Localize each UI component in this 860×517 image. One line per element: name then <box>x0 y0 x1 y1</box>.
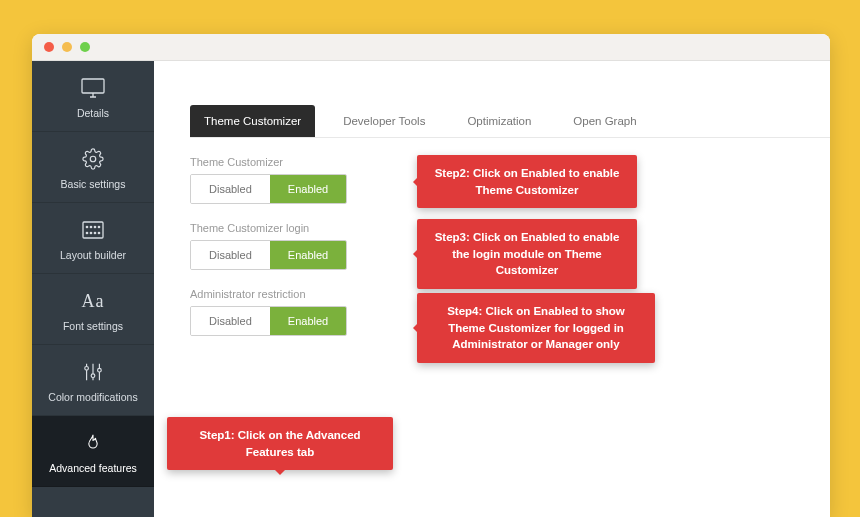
svg-point-6 <box>90 226 91 227</box>
svg-point-7 <box>94 226 95 227</box>
sidebar-item-label: Basic settings <box>36 178 150 190</box>
callout-step2: Step2: Click on Enabled to enable Theme … <box>417 155 637 208</box>
sidebar-item-font-settings[interactable]: Aa Font settings <box>32 274 154 345</box>
sidebar-item-label: Layout builder <box>36 249 150 261</box>
toggle-enabled[interactable]: Enabled <box>270 241 346 269</box>
svg-point-3 <box>90 156 96 162</box>
font-icon: Aa <box>36 288 150 314</box>
svg-point-17 <box>91 374 95 378</box>
window-maximize-icon[interactable] <box>80 42 90 52</box>
toggle-enabled[interactable]: Enabled <box>270 175 346 203</box>
sidebar-item-label: Details <box>36 107 150 119</box>
svg-point-18 <box>98 368 102 372</box>
tab-open-graph[interactable]: Open Graph <box>559 105 650 137</box>
sliders-icon <box>36 359 150 385</box>
toggle-administrator-restriction: Disabled Enabled <box>190 306 347 336</box>
gear-icon <box>36 146 150 172</box>
sidebar-item-label: Advanced features <box>36 462 150 474</box>
svg-rect-0 <box>82 79 104 93</box>
svg-point-12 <box>98 232 99 233</box>
toggle-enabled[interactable]: Enabled <box>270 307 346 335</box>
sidebar-item-advanced-features[interactable]: Advanced features <box>32 416 154 487</box>
tab-developer-tools[interactable]: Developer Tools <box>329 105 439 137</box>
svg-point-9 <box>86 232 87 233</box>
sidebar-item-details[interactable]: Details <box>32 61 154 132</box>
svg-point-5 <box>86 226 87 227</box>
svg-rect-4 <box>83 222 103 238</box>
sidebar-item-label: Font settings <box>36 320 150 332</box>
grid-icon <box>36 217 150 243</box>
sidebar-item-layout-builder[interactable]: Layout builder <box>32 203 154 274</box>
toggle-theme-customizer: Disabled Enabled <box>190 174 347 204</box>
svg-point-8 <box>98 226 99 227</box>
tab-theme-customizer[interactable]: Theme Customizer <box>190 105 315 137</box>
flame-icon <box>36 430 150 456</box>
toggle-disabled[interactable]: Disabled <box>191 241 270 269</box>
sidebar: Details Basic settings Layout builder Aa… <box>32 61 154 517</box>
window-close-icon[interactable] <box>44 42 54 52</box>
svg-point-16 <box>85 367 89 371</box>
sidebar-item-basic-settings[interactable]: Basic settings <box>32 132 154 203</box>
tab-optimization[interactable]: Optimization <box>453 105 545 137</box>
callout-step3: Step3: Click on Enabled to enable the lo… <box>417 219 637 289</box>
callout-step1: Step1: Click on the Advanced Features ta… <box>167 417 393 470</box>
window-titlebar <box>32 34 830 61</box>
callout-step4: Step4: Click on Enabled to show Theme Cu… <box>417 293 655 363</box>
window-minimize-icon[interactable] <box>62 42 72 52</box>
toggle-disabled[interactable]: Disabled <box>191 175 270 203</box>
tabs: Theme Customizer Developer Tools Optimiz… <box>190 105 830 138</box>
svg-point-11 <box>94 232 95 233</box>
sidebar-item-label: Color modifications <box>36 391 150 403</box>
monitor-icon <box>36 75 150 101</box>
toggle-theme-customizer-login: Disabled Enabled <box>190 240 347 270</box>
svg-point-10 <box>90 232 91 233</box>
sidebar-item-color-modifications[interactable]: Color modifications <box>32 345 154 416</box>
toggle-disabled[interactable]: Disabled <box>191 307 270 335</box>
